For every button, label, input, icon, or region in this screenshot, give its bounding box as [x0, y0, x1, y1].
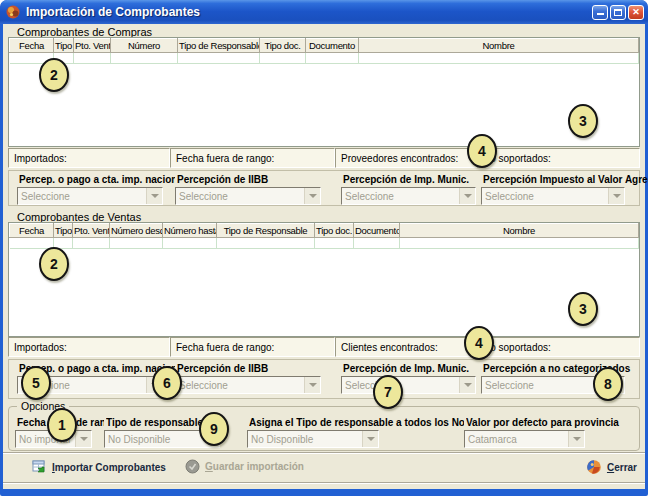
compras-percepciones-panel: Percep. o pago a cta. imp. nacionales Se…: [8, 170, 640, 206]
callout-badge: 2: [39, 58, 69, 92]
exit-sphere-icon: [586, 459, 602, 475]
column-header[interactable]: Tipo de Responsable: [178, 39, 260, 53]
clientes-encontrados-status: Clientes encontrados:: [335, 337, 477, 357]
percep-munic-select[interactable]: Seleccione: [341, 376, 476, 394]
column-header[interactable]: Nombre: [359, 39, 639, 53]
column-header[interactable]: Número desde: [110, 224, 163, 238]
percep-munic-label: Percepción de Imp. Munic.: [343, 174, 481, 185]
table-row: [10, 238, 639, 249]
callout-badge: 6: [152, 366, 182, 400]
opciones-groupbox: Opciones Fecha fuera de rango No importa…: [8, 406, 640, 451]
no-soportados-status: No soportados:: [477, 148, 640, 168]
column-header[interactable]: Tipo: [54, 39, 74, 53]
client-area: Comprobantes de Compras Fecha Tipo Pto. …: [3, 24, 645, 489]
chevron-down-icon: [459, 188, 475, 204]
column-header[interactable]: Nombre: [400, 224, 639, 238]
provincia-default-select[interactable]: Catamarca: [464, 430, 585, 448]
percep-iibb-label: Percepción de IIBB: [177, 174, 341, 185]
proveedores-encontrados-status: Proveedores encontrados:: [335, 148, 477, 168]
percep-munic-select[interactable]: Seleccione: [341, 187, 476, 205]
close-window-button[interactable]: ✕: [628, 5, 644, 20]
asigna-tipo-responsable-select[interactable]: No Disponible: [247, 430, 379, 448]
ventas-percepciones-panel: Percep. o pago a cta. imp. nacionales Se…: [8, 359, 640, 399]
chevron-down-icon: [304, 377, 320, 393]
percep-iva-label: Percepción Impuesto al Valor Agregado: [483, 174, 648, 185]
column-header[interactable]: Pto. Venta: [74, 39, 111, 53]
compras-grid[interactable]: Fecha Tipo Pto. Venta Número Tipo de Res…: [8, 37, 640, 147]
chevron-down-icon: [75, 431, 91, 447]
ventas-grid[interactable]: Fecha Tipo Pto. Venta Número desde Númer…: [8, 222, 640, 337]
maximize-button[interactable]: [610, 5, 626, 20]
importar-comprobantes-button[interactable]: Importar Comprobantes: [31, 459, 166, 475]
percep-iibb-label: Percepción de IIBB: [177, 363, 341, 374]
provincia-default-label: Valor por defecto para provincia: [466, 417, 631, 428]
column-header[interactable]: Fecha: [10, 39, 54, 53]
divider: [3, 482, 645, 484]
percep-nacionales-label: Percep. o pago a cta. imp. nacionales: [19, 174, 175, 185]
chevron-down-icon: [568, 431, 584, 447]
titlebar[interactable]: Importación de Comprobantes ✕: [0, 0, 648, 24]
table-row: [10, 53, 639, 64]
callout-badge: 8: [593, 367, 623, 401]
chevron-down-icon: [608, 188, 624, 204]
callout-badge: 3: [568, 292, 598, 326]
ventas-grid-body[interactable]: [9, 249, 639, 335]
importados-status: Importados:: [8, 337, 170, 357]
callout-badge: 3: [568, 104, 598, 138]
chevron-down-icon: [304, 188, 320, 204]
cerrar-button[interactable]: Cerrar: [586, 459, 637, 475]
column-header[interactable]: Documento: [306, 39, 359, 53]
column-header[interactable]: Tipo: [54, 224, 73, 238]
percep-nacionales-select[interactable]: Seleccione: [17, 187, 163, 205]
callout-badge: 1: [47, 408, 77, 442]
callout-badge: 4: [467, 134, 497, 168]
column-header[interactable]: Tipo de Responsable: [217, 224, 315, 238]
callout-badge: 5: [21, 366, 51, 400]
import-comprobantes-window: Importación de Comprobantes ✕ Comprobant…: [0, 0, 648, 496]
ventas-stats-row: Importados: Fecha fuera de rango: Client…: [8, 337, 640, 357]
column-header[interactable]: Fecha: [10, 224, 54, 238]
window-title: Importación de Comprobantes: [26, 5, 592, 19]
asigna-tipo-responsable-label: Asigna el Tipo de responsable a todos lo…: [249, 417, 464, 428]
import-grid-icon: [31, 459, 47, 475]
column-header[interactable]: Tipo doc.: [260, 39, 306, 53]
column-header[interactable]: Número: [111, 39, 178, 53]
percep-iibb-select[interactable]: Seleccione: [175, 376, 321, 394]
chevron-down-icon: [459, 377, 475, 393]
fecha-fuera-rango-status: Fecha fuera de rango:: [170, 148, 335, 168]
column-header[interactable]: Documento: [354, 224, 400, 238]
importados-status: Importados:: [8, 148, 170, 168]
callout-badge: 9: [199, 412, 229, 446]
callout-badge: 7: [373, 375, 403, 409]
chevron-down-icon: [362, 431, 378, 447]
chevron-down-icon: [146, 188, 162, 204]
guardar-importacion-button[interactable]: Guardar importación: [185, 459, 304, 474]
column-header[interactable]: Número hasta: [163, 224, 217, 238]
compras-stats-row: Importados: Fecha fuera de rango: Provee…: [8, 148, 640, 168]
callout-badge: 2: [39, 247, 69, 281]
column-header[interactable]: Tipo doc.: [315, 224, 354, 238]
percep-iva-select[interactable]: Seleccione: [481, 187, 625, 205]
save-disc-icon: [185, 459, 200, 474]
percep-munic-label: Percepción de Imp. Munic.: [343, 363, 481, 374]
column-header[interactable]: Pto. Venta: [73, 224, 110, 238]
minimize-button[interactable]: [592, 5, 608, 20]
no-soportados-status: No soportados:: [477, 337, 640, 357]
percep-iibb-select[interactable]: Seleccione: [175, 187, 321, 205]
app-icon: [5, 4, 21, 20]
callout-badge: 4: [464, 326, 494, 360]
footer-toolbar: Importar Comprobantes Guardar importació…: [3, 454, 645, 482]
compras-grid-body[interactable]: [9, 64, 639, 145]
fecha-fuera-rango-status: Fecha fuera de rango:: [170, 337, 335, 357]
